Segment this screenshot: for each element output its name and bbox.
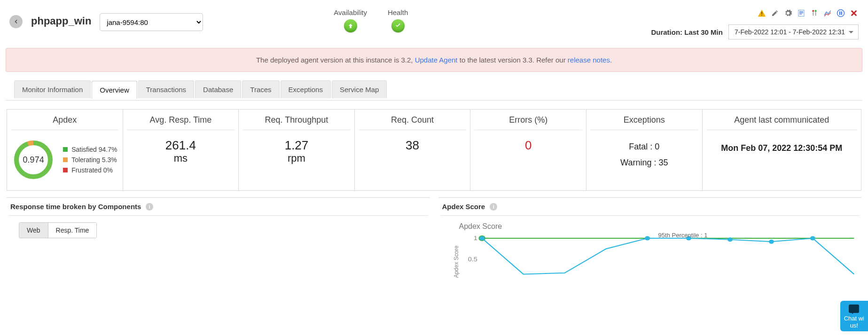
kpi-exceptions-title: Exceptions — [590, 115, 698, 130]
instance-select[interactable]: jana-9594:80 — [100, 13, 203, 31]
kpi-req-count-value: 38 — [359, 139, 467, 152]
info-icon[interactable]: i — [146, 203, 153, 211]
kpi-exceptions-fatal: Fatal : 0 — [590, 139, 698, 155]
segment-control: WebResp. Time — [19, 222, 97, 238]
svg-text:1: 1 — [473, 235, 477, 241]
apdex-score-value: 0.974 — [12, 139, 55, 181]
warning-icon[interactable] — [757, 8, 766, 18]
release-notes-link[interactable]: release notes — [568, 56, 610, 64]
svg-point-24 — [768, 240, 774, 244]
export-icon[interactable] — [797, 8, 806, 18]
svg-rect-5 — [799, 14, 802, 14]
svg-rect-1 — [761, 15, 762, 16]
kpi-errors-title: Errors (%) — [474, 115, 582, 130]
chart-icon[interactable] — [823, 8, 832, 18]
health-label: Health — [388, 8, 408, 16]
svg-point-21 — [645, 236, 650, 241]
panel-apdex-title: Apdex Score — [442, 203, 485, 211]
svg-point-7 — [815, 10, 817, 12]
chart-title: Apdex Score — [459, 222, 860, 231]
status-block: Availability Health — [334, 8, 408, 32]
svg-rect-4 — [799, 13, 803, 13]
tab-transactions[interactable]: Transactions — [138, 80, 194, 98]
tab-database[interactable]: Database — [195, 80, 241, 98]
apdex-legend-item: Satisfied 94.7% — [63, 146, 117, 153]
kpi-avg-resp-title: Avg. Resp. Time — [127, 115, 235, 130]
legend-swatch — [63, 168, 68, 172]
delete-icon[interactable] — [849, 8, 859, 18]
kpi-throughput-unit: rpm — [242, 152, 351, 164]
kpi-req-count: Req. Count 38 — [355, 109, 471, 190]
kpi-throughput-title: Req. Throughput — [242, 115, 351, 130]
kpi-exceptions-warning: Warning : 35 — [590, 155, 698, 171]
svg-rect-3 — [799, 11, 803, 12]
panels: Response time broken by Components i Web… — [7, 197, 861, 295]
svg-point-20 — [479, 236, 485, 241]
date-range-value: 7-Feb-2022 12:01 - 7-Feb-2022 12:31 — [735, 28, 845, 36]
kpi-errors: Errors (%) 0 — [470, 109, 586, 190]
chart-y-label: Apdex Score — [453, 246, 460, 278]
kpi-exceptions: Exceptions Fatal : 0 Warning : 35 — [586, 109, 703, 190]
svg-point-6 — [812, 10, 814, 12]
panel-response-time: Response time broken by Components i Web… — [7, 197, 430, 295]
svg-rect-8 — [813, 12, 813, 16]
info-icon[interactable]: i — [490, 203, 497, 211]
header-row: phpapp_win jana-9594:80 Availability Hea… — [6, 0, 862, 43]
svg-point-10 — [837, 10, 845, 17]
banner-text-mid: to the latest version 3.3. Refer our — [458, 56, 568, 64]
svg-rect-11 — [839, 11, 840, 15]
legend-swatch — [63, 147, 68, 152]
kpi-throughput-value: 1.27 — [242, 139, 351, 152]
date-range-picker[interactable]: 7-Feb-2022 12:01 - 7-Feb-2022 12:31 — [728, 24, 859, 39]
kpi-agent-comm: Agent last communicated Mon Feb 07, 2022… — [703, 109, 861, 190]
kpi-apdex-title: Apdex — [11, 115, 119, 130]
legend-label: Tolerating 5.3% — [71, 156, 117, 164]
banner-text-suffix: . — [610, 56, 612, 64]
edit-icon[interactable] — [770, 8, 780, 18]
tabs: Monitor InformationOverviewTransactionsD… — [14, 80, 854, 98]
apdex-legend-item: Tolerating 5.3% — [63, 156, 117, 164]
app-title: phpapp_win — [31, 15, 91, 27]
availability-label: Availability — [334, 8, 367, 16]
apdex-chart: Apdex Score 0.51 95th Percentile : 1 — [440, 234, 860, 290]
tab-exceptions[interactable]: Exceptions — [281, 80, 331, 98]
legend-label: Frustrated 0% — [71, 166, 113, 174]
toolbar-icons — [651, 8, 859, 18]
health-ok-icon — [391, 19, 405, 32]
legend-label: Satisfied 94.7% — [71, 146, 117, 153]
kpi-apdex: Apdex 0.974 Satisfied 94.7%Tolerating 5.… — [7, 109, 123, 190]
kpi-req-count-title: Req. Count — [359, 115, 467, 130]
back-button[interactable] — [9, 15, 23, 28]
tab-traces[interactable]: Traces — [242, 80, 279, 98]
kpi-avg-resp-value: 261.4 — [127, 139, 235, 152]
apdex-legend: Satisfied 94.7%Tolerating 5.3%Frustrated… — [63, 143, 117, 177]
tab-service-map[interactable]: Service Map — [332, 80, 387, 98]
availability-up-icon — [344, 19, 357, 32]
svg-point-23 — [727, 237, 732, 242]
tab-monitor-information[interactable]: Monitor Information — [14, 80, 91, 98]
kpi-throughput: Req. Throughput 1.27 rpm — [239, 109, 355, 190]
apdex-legend-item: Frustrated 0% — [63, 166, 117, 174]
svg-rect-9 — [815, 12, 816, 16]
pause-icon[interactable] — [836, 8, 845, 18]
segment-resp-time[interactable]: Resp. Time — [48, 223, 97, 238]
update-agent-link[interactable]: Update Agent — [415, 56, 458, 64]
duration-label: Duration: Last 30 Min — [651, 28, 723, 36]
settings-icon[interactable] — [783, 8, 793, 18]
tab-overview[interactable]: Overview — [92, 81, 137, 99]
kpi-avg-resp: Avg. Resp. Time 261.4 ms — [123, 109, 239, 190]
banner-text-prefix: The deployed agent version at this insta… — [256, 56, 415, 64]
apdex-donut: 0.974 — [12, 139, 55, 181]
legend-swatch — [63, 157, 68, 162]
segment-web[interactable]: Web — [19, 223, 48, 238]
kpi-errors-value: 0 — [474, 139, 582, 152]
kpi-avg-resp-unit: ms — [127, 152, 235, 164]
flag-icon[interactable] — [810, 8, 819, 18]
svg-rect-12 — [841, 11, 842, 15]
panel-apdex-score: Apdex Score i Apdex Score Apdex Score 0.… — [438, 197, 862, 295]
update-agent-banner: The deployed agent version at this insta… — [6, 48, 862, 72]
kpi-agent-value: Mon Feb 07, 2022 12:30:54 PM — [706, 139, 857, 153]
tab-divider — [6, 100, 862, 101]
kpi-row: Apdex 0.974 Satisfied 94.7%Tolerating 5.… — [7, 109, 861, 191]
chart-annotation: 95th Percentile : 1 — [658, 232, 708, 239]
